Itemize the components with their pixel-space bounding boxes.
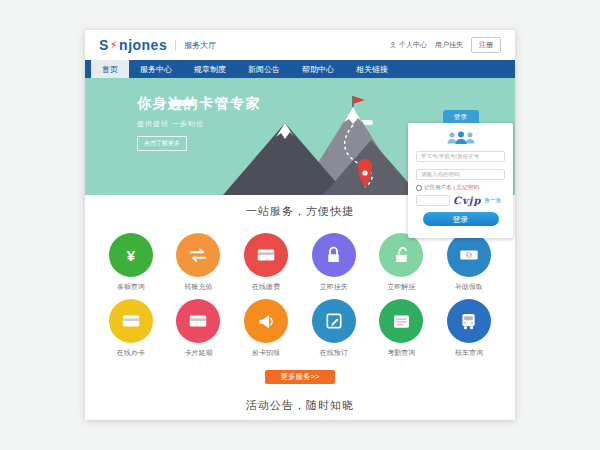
person-icon — [389, 41, 397, 49]
service-found-card[interactable]: 捡卡招领 — [232, 299, 300, 358]
yen-icon[interactable]: ¥ — [109, 233, 153, 277]
password-input[interactable] — [416, 169, 505, 180]
card-icon[interactable] — [109, 299, 153, 343]
edit-icon[interactable] — [312, 299, 356, 343]
remember-checkbox[interactable] — [416, 185, 422, 191]
services-grid: ¥ 余额查询 转账充值 在线缴费 — [97, 226, 503, 358]
logo[interactable]: S⚡njones — [99, 37, 167, 53]
site-page: S⚡njones 服务大厅 个人中心 用户挂失 注册 首页 服务中心 规章制度 … — [85, 30, 515, 420]
logo-text-s: S — [99, 37, 109, 53]
service-apply-card[interactable]: 在线办卡 — [97, 299, 165, 358]
lock-icon[interactable] — [312, 233, 356, 277]
login-tab[interactable]: 登录 — [443, 110, 479, 123]
remember-label: 记住用户名 — [424, 184, 452, 191]
list-icon[interactable] — [379, 299, 423, 343]
transfer-icon[interactable] — [176, 233, 220, 277]
register-button[interactable]: 注册 — [471, 37, 501, 53]
bus-icon[interactable] — [447, 299, 491, 343]
service-attendance[interactable]: 考勤查询 — [368, 299, 436, 358]
svg-text:$: $ — [467, 252, 470, 258]
nav-item-rules[interactable]: 规章制度 — [183, 60, 237, 78]
header-links: 个人中心 用户挂失 注册 — [389, 37, 501, 53]
announcements-section: 活动公告，随时知晓 使用动态 最新公告 更多>> 使用指南 更多>> — [85, 398, 515, 420]
captcha-image[interactable]: Cvjp — [453, 195, 481, 206]
login-submit-button[interactable]: 登录 — [423, 212, 499, 226]
hero-banner: 你身边的卡管专家 提供捷径 一步到位 点击了解更多 登录 — [85, 78, 515, 195]
login-panel: 登录 记住用户名 | 忘记密码 — [408, 123, 513, 238]
nav-item-links[interactable]: 相关链接 — [345, 60, 399, 78]
service-balance[interactable]: ¥ 余额查询 — [97, 233, 165, 292]
svg-text:¥: ¥ — [127, 247, 136, 264]
service-school-bus[interactable]: 校车查询 — [435, 299, 503, 358]
card-icon[interactable] — [244, 233, 288, 277]
announcements-title: 活动公告，随时知晓 — [85, 398, 515, 413]
hero-cta-button[interactable]: 点击了解更多 — [137, 136, 187, 151]
screenshot-viewport: S⚡njones 服务大厅 个人中心 用户挂失 注册 首页 服务中心 规章制度 … — [0, 0, 600, 450]
logo-text-rest: njones — [119, 37, 167, 53]
username-input[interactable] — [416, 151, 505, 162]
service-online-booking[interactable]: 在线预订 — [300, 299, 368, 358]
lightning-icon: ⚡ — [110, 39, 118, 52]
service-cancel-loss[interactable]: 立即解挂 — [368, 233, 436, 292]
nav-item-news[interactable]: 新闻公告 — [237, 60, 291, 78]
nav-item-help-center[interactable]: 帮助中心 — [291, 60, 345, 78]
captcha-input[interactable] — [416, 195, 450, 206]
personal-center-link[interactable]: 个人中心 — [389, 40, 427, 50]
captcha-refresh-link[interactable]: 换一张 — [484, 197, 501, 204]
users-icon — [416, 131, 505, 144]
nav-item-home[interactable]: 首页 — [91, 60, 129, 78]
nav-item-service-center[interactable]: 服务中心 — [129, 60, 183, 78]
forgot-password-link[interactable]: 忘记密码 — [457, 184, 479, 191]
service-transfer[interactable]: 转账充值 — [165, 233, 233, 292]
service-online-pay[interactable]: 在线缴费 — [232, 233, 300, 292]
banknote-icon[interactable]: $ — [447, 233, 491, 277]
service-card-extend[interactable]: 卡片延期 — [165, 299, 233, 358]
megaphone-icon[interactable] — [244, 299, 288, 343]
hero-text: 你身边的卡管专家 提供捷径 一步到位 点击了解更多 — [137, 95, 261, 151]
card-icon[interactable] — [176, 299, 220, 343]
user-loss-link[interactable]: 用户挂失 — [435, 40, 463, 50]
service-subsidy[interactable]: $ 补助领取 — [435, 233, 503, 292]
unlock-icon[interactable] — [379, 233, 423, 277]
site-title: 服务大厅 — [175, 40, 216, 51]
main-nav: 首页 服务中心 规章制度 新闻公告 帮助中心 相关链接 — [85, 60, 515, 78]
more-services-button[interactable]: 更多服务>> — [265, 370, 335, 384]
hero-subtitle: 提供捷径 一步到位 — [137, 119, 261, 129]
captcha-row: Cvjp 换一张 — [416, 195, 505, 206]
header: S⚡njones 服务大厅 个人中心 用户挂失 注册 — [85, 30, 515, 60]
remember-row: 记住用户名 | 忘记密码 — [416, 184, 505, 191]
service-report-loss[interactable]: 立即挂失 — [300, 233, 368, 292]
hero-title: 你身边的卡管专家 — [137, 95, 261, 113]
